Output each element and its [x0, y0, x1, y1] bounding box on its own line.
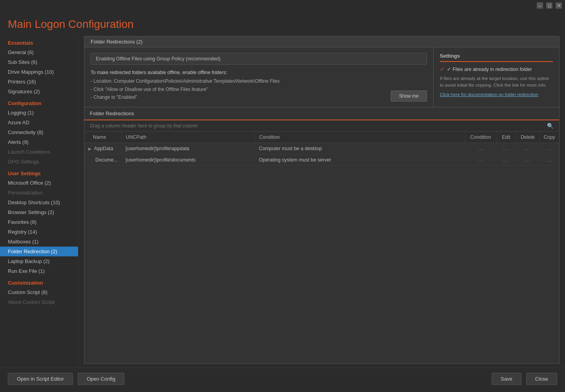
sidebar-item-laptop-backup[interactable]: Laptop Backup (2) [0, 256, 78, 266]
settings-header: Settings [440, 53, 553, 62]
row0-delete-dots: ... [516, 143, 539, 154]
edit-dots-button[interactable]: ... [503, 146, 509, 151]
cond-dots-button[interactable]: ... [478, 157, 484, 163]
table-section: Folder Redirections Drag a column header… [84, 107, 559, 363]
row1-uncpath: [userhomedir]\profile\documents [122, 154, 255, 165]
row1-delete-dots: ... [516, 154, 539, 165]
table-scroll-area[interactable]: Name UNCPath Condition Condition Edit De… [84, 132, 559, 363]
delete-dots-button[interactable]: ... [525, 146, 531, 151]
close-button[interactable]: ✕ [556, 2, 562, 9]
sidebar-item-sub-sites[interactable]: Sub Sites (6) [0, 57, 78, 67]
sidebar-item-azure-ad[interactable]: Azure AD [0, 118, 78, 127]
sidebar-item-signatures[interactable]: Signatures (2) [0, 87, 78, 96]
info-body: To make redirected folders available off… [91, 69, 427, 102]
expand-icon[interactable]: ▶ [88, 147, 91, 151]
search-icon[interactable]: 🔍 [547, 123, 554, 129]
sidebar-section-configuration: Configuration [0, 96, 78, 108]
sidebar-item-alerts[interactable]: Alerts (9) [0, 137, 78, 147]
delete-dots-button[interactable]: ... [525, 157, 531, 163]
close-button-bar[interactable]: Close [526, 373, 557, 385]
sidebar-item-general[interactable]: General (6) [0, 47, 78, 57]
app-title: Main Logon Configuration [0, 11, 565, 36]
row1-copy-dots: ... [539, 154, 559, 165]
sidebar: Essentials General (6) Sub Sites (6) Dri… [0, 36, 78, 368]
table-header: Folder Redirections [84, 107, 559, 120]
col-delete[interactable]: Delete [516, 132, 539, 143]
sidebar-item-mailboxes[interactable]: Mailboxes (1) [0, 237, 78, 247]
show-me-button[interactable]: Show me [391, 91, 427, 102]
tab-folder-redirections[interactable]: Folder Redirections (2) [84, 36, 560, 47]
col-copy[interactable]: Copy [539, 132, 559, 143]
table-search-row: Drag a column header here to group by th… [84, 120, 559, 132]
sidebar-item-microsoft-office[interactable]: Microsoft Office (2) [0, 178, 78, 188]
info-title-line: To make redirected folders available off… [91, 69, 427, 76]
sidebar-item-launch-conditions: Launch Conditions [0, 147, 78, 157]
copy-dots-button[interactable]: ... [546, 157, 552, 163]
checkbox-label[interactable]: ✓ Files are already in redirection folde… [447, 66, 532, 72]
sidebar-item-printers[interactable]: Printers (16) [0, 77, 78, 87]
save-button[interactable]: Save [492, 373, 521, 385]
row1-condition: Operating system must be server [255, 154, 465, 165]
info-left: Enabling Offline Files using Group Polic… [84, 47, 434, 107]
minimize-button[interactable]: – [537, 2, 543, 9]
checkmark-icon: ✓ [440, 66, 445, 72]
row0-copy-dots: ... [539, 143, 559, 154]
info-header: Enabling Offline Files using Group Polic… [91, 53, 427, 65]
col-uncpath[interactable]: UNCPath [122, 132, 255, 143]
col-edit[interactable]: Edit [496, 132, 516, 143]
sidebar-item-drive-mappings[interactable]: Drive Mappings (10) [0, 67, 78, 77]
info-right: Settings ✓ ✓ Files are already in redire… [434, 47, 559, 107]
edit-dots-button[interactable]: ... [503, 157, 509, 163]
checkbox-row: ✓ ✓ Files are already in redirection fol… [440, 66, 553, 72]
row1-cond-dots: ... [465, 154, 496, 165]
content-area: Folder Redirections (2) Enabling Offline… [78, 36, 565, 368]
sidebar-item-registry[interactable]: Registry (14) [0, 227, 78, 237]
titlebar: – ◻ ✕ [0, 0, 565, 11]
sidebar-item-logging[interactable]: Logging (1) [0, 108, 78, 118]
row0-cond-dots: ... [465, 143, 496, 154]
sidebar-section-user-settings: User Settings [0, 167, 78, 178]
table-row[interactable]: ▶ AppData [userhomedir]\profile\appdata … [84, 143, 559, 154]
drag-hint: Drag a column header here to group by th… [90, 123, 198, 129]
sidebar-section-essentials: Essentials [0, 36, 78, 47]
sidebar-item-desktop-shortcuts[interactable]: Desktop Shortcuts (10) [0, 198, 78, 207]
table-header-row: Name UNCPath Condition Condition Edit De… [84, 132, 559, 143]
sidebar-item-custom-script[interactable]: Custom Script (8) [0, 287, 78, 297]
bottom-bar: Open in Script Editor Open Config Save C… [0, 368, 565, 390]
row1-name: Docume... [84, 154, 122, 165]
sidebar-item-folder-redirection[interactable]: Folder Redirection (2) [0, 247, 78, 256]
doc-link[interactable]: Click here for documentation on folder r… [440, 92, 553, 97]
content-panel: Enabling Offline Files using Group Polic… [84, 47, 560, 364]
main-layout: Essentials General (6) Sub Sites (6) Dri… [0, 36, 565, 368]
settings-description: If files are already at the target locat… [440, 75, 553, 89]
table-row[interactable]: Docume... [userhomedir]\profile\document… [84, 154, 559, 165]
row0-condition: Computer must be a desktop [255, 143, 465, 154]
sidebar-item-run-exe-file[interactable]: Run Exe File (1) [0, 266, 78, 276]
col-cond-action[interactable]: Condition [465, 132, 496, 143]
info-bullet3: - Change to "Enabled" [91, 93, 137, 101]
info-bullet2: - Click "Allow or Disallow use of the Of… [91, 85, 427, 93]
sidebar-item-connectivity[interactable]: Connectivity (8) [0, 127, 78, 137]
sidebar-item-browser-settings[interactable]: Browser Settings (2) [0, 207, 78, 217]
col-condition[interactable]: Condition [255, 132, 465, 143]
info-bullet1: - Location: Computer Configuration\Polic… [91, 77, 427, 85]
sidebar-item-gpo-settings: GPO Settings [0, 157, 78, 167]
sidebar-item-about-custom-script: About Custom Script [0, 297, 78, 307]
cond-dots-button[interactable]: ... [478, 146, 484, 151]
open-config-button[interactable]: Open Config [78, 373, 124, 385]
info-section: Enabling Offline Files using Group Polic… [84, 47, 559, 107]
sidebar-item-favorites[interactable]: Favorites (8) [0, 217, 78, 227]
row1-edit-dots: ... [496, 154, 516, 165]
open-script-editor-button[interactable]: Open in Script Editor [8, 373, 73, 385]
bottom-left-actions: Open in Script Editor Open Config [8, 373, 124, 385]
folder-redirections-table: Name UNCPath Condition Condition Edit De… [84, 132, 559, 166]
copy-dots-button[interactable]: ... [546, 146, 552, 151]
sidebar-section-customization: Customization [0, 276, 78, 287]
bottom-right-actions: Save Close [492, 373, 557, 385]
restore-button[interactable]: ◻ [546, 2, 552, 9]
sidebar-item-personalization: Personalization [0, 188, 78, 198]
row0-uncpath: [userhomedir]\profile\appdata [122, 143, 255, 154]
row0-edit-dots: ... [496, 143, 516, 154]
row0-name: ▶ AppData [84, 143, 122, 154]
col-name[interactable]: Name [84, 132, 122, 143]
